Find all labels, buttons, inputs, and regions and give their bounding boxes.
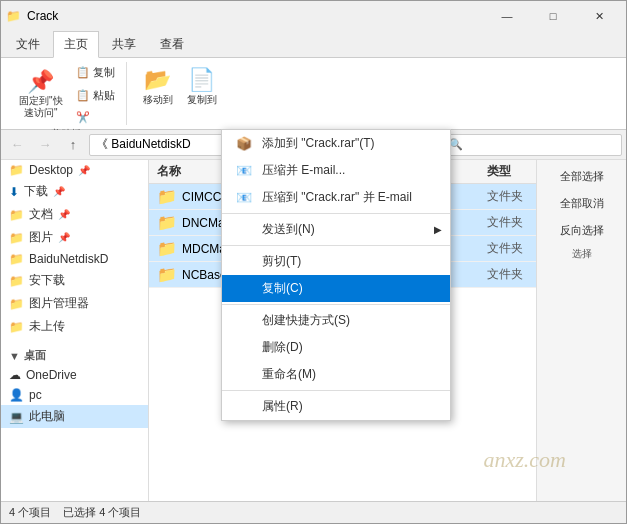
item-count: 4 个项目 <box>9 505 51 520</box>
ribbon-group-clipboard: 📌 固定到"快速访问" 📋 复制 📋 粘贴 ✂️ <box>7 62 127 125</box>
ctx-label: 发送到(N) <box>262 221 315 238</box>
sidebar-section-desktop: ▼ 桌面 <box>1 344 148 365</box>
section-arrow: ▼ <box>9 350 20 362</box>
sidebar-item-onedrive[interactable]: ☁ OneDrive <box>1 365 148 385</box>
rar-icon: 📦 <box>234 136 254 151</box>
invert-selection-button[interactable]: 反向选择 <box>541 218 622 243</box>
explorer-window: 📁 Crack — □ ✕ 文件 主页 共享 查看 📌 固定到"快速访问" <box>0 0 627 524</box>
status-bar: 4 个项目 已选择 4 个项目 <box>1 501 626 523</box>
ribbon-group-organize: 📂 移动到 📄 复制到 <box>131 62 229 125</box>
ctx-delete[interactable]: 删除(D) <box>222 334 450 361</box>
col-type[interactable]: 类型 <box>479 163 536 180</box>
ctx-label: 复制(C) <box>262 280 303 297</box>
address-text: 《 BaiduNetdiskD <box>96 136 191 153</box>
back-button[interactable]: ← <box>5 133 29 157</box>
folder-icon: 📁 <box>9 163 24 177</box>
sidebar-item-thispc[interactable]: 💻 此电脑 <box>1 405 148 428</box>
tab-file[interactable]: 文件 <box>5 31 51 57</box>
ctx-compress-email[interactable]: 📧 压缩并 E-mail... <box>222 157 450 184</box>
sidebar-item-label: 此电脑 <box>29 408 65 425</box>
computer-icon: 💻 <box>9 410 24 424</box>
sidebar-item-label: OneDrive <box>26 368 77 382</box>
download-icon: ⬇ <box>9 185 19 199</box>
ctx-properties[interactable]: 属性(R) <box>222 393 450 420</box>
move-icon: 📂 <box>144 69 171 91</box>
minimize-button[interactable]: — <box>484 1 530 31</box>
cut-button[interactable]: ✂️ <box>71 108 120 127</box>
tab-view[interactable]: 查看 <box>149 31 195 57</box>
tab-share[interactable]: 共享 <box>101 31 147 57</box>
up-button[interactable]: ↑ <box>61 133 85 157</box>
ctx-rename[interactable]: 重命名(M) <box>222 361 450 388</box>
clipboard-buttons: 📌 固定到"快速访问" 📋 复制 📋 粘贴 ✂️ <box>13 62 120 127</box>
ribbon-tabs: 文件 主页 共享 查看 <box>1 31 626 57</box>
sidebar-item-pictures[interactable]: 📁 图片 📌 <box>1 226 148 249</box>
tab-home[interactable]: 主页 <box>53 31 99 58</box>
sidebar-item-label: pc <box>29 388 42 402</box>
sidebar-item-label: 图片 <box>29 229 53 246</box>
cloud-icon: ☁ <box>9 368 21 382</box>
selected-count: 已选择 4 个项目 <box>63 505 141 520</box>
sidebar-item-downloads[interactable]: ⬇ 下载 📌 <box>1 180 148 203</box>
forward-button[interactable]: → <box>33 133 57 157</box>
ctx-cut[interactable]: 剪切(T) <box>222 248 450 275</box>
title-bar: 📁 Crack — □ ✕ <box>1 1 626 31</box>
ctx-label: 添加到 "Crack.rar"(T) <box>262 135 375 152</box>
sidebar-item-label: 图片管理器 <box>29 295 89 312</box>
copy-button[interactable]: 📋 复制 <box>71 62 120 83</box>
sidebar-item-anzai[interactable]: 📁 安下载 <box>1 269 148 292</box>
pin-quickaccess-button[interactable]: 📌 固定到"快速访问" <box>13 69 69 121</box>
close-button[interactable]: ✕ <box>576 1 622 31</box>
ctx-separator-1 <box>222 213 450 214</box>
title-bar-icons: 📁 <box>5 8 21 24</box>
sidebar-item-baidudisk[interactable]: 📁 BaiduNetdiskD <box>1 249 148 269</box>
folder-icon: 📁 <box>9 231 24 245</box>
copy-to-button[interactable]: 📄 复制到 <box>181 62 223 114</box>
email-rar-icon: 📧 <box>234 190 254 205</box>
folder-icon: 📁 <box>157 187 177 206</box>
ctx-label: 重命名(M) <box>262 366 316 383</box>
move-to-button[interactable]: 📂 移动到 <box>137 62 179 114</box>
sidebar-item-upload[interactable]: 📁 未上传 <box>1 315 148 338</box>
cut-icon: ✂️ <box>76 111 90 124</box>
ctx-send-to[interactable]: 发送到(N) ▶ <box>222 216 450 243</box>
ctx-label: 属性(R) <box>262 398 303 415</box>
sidebar-item-label: 文档 <box>29 206 53 223</box>
copy-to-label: 复制到 <box>187 93 217 107</box>
context-menu: 📦 添加到 "Crack.rar"(T) 📧 压缩并 E-mail... 📧 压… <box>221 129 451 421</box>
ctx-create-shortcut[interactable]: 创建快捷方式(S) <box>222 307 450 334</box>
search-bar[interactable]: 🔍 <box>442 134 622 156</box>
ctx-label: 删除(D) <box>262 339 303 356</box>
pin-icon: 📌 <box>27 71 54 93</box>
sidebar-item-desktop[interactable]: 📁 Desktop 📌 <box>1 160 148 180</box>
ctx-copy[interactable]: 复制(C) <box>222 275 450 302</box>
sidebar-item-label: 安下载 <box>29 272 65 289</box>
pin-label: 固定到"快速访问" <box>19 95 63 119</box>
ctx-compress-to-rar-email[interactable]: 📧 压缩到 "Crack.rar" 并 E-mail <box>222 184 450 211</box>
paste-button[interactable]: 📋 粘贴 <box>71 85 120 106</box>
copy-to-icon: 📄 <box>188 69 215 91</box>
ctx-add-to-rar[interactable]: 📦 添加到 "Crack.rar"(T) <box>222 130 450 157</box>
sidebar-item-picmanager[interactable]: 📁 图片管理器 <box>1 292 148 315</box>
folder-icon: 📁 <box>157 239 177 258</box>
paste-label: 粘贴 <box>93 88 115 103</box>
pin-icon: 📌 <box>53 186 65 197</box>
file-name: CIMCC <box>182 190 221 204</box>
pin-icon: 📌 <box>78 165 90 176</box>
ctx-label: 压缩到 "Crack.rar" 并 E-mail <box>262 189 412 206</box>
sidebar-item-pc[interactable]: 👤 pc <box>1 385 148 405</box>
folder-icon: 📁 <box>9 297 24 311</box>
copy-label: 复制 <box>93 65 115 80</box>
select-all-button[interactable]: 全部选择 <box>541 164 622 189</box>
maximize-button[interactable]: □ <box>530 1 576 31</box>
sidebar-item-label: Desktop <box>29 163 73 177</box>
sidebar-item-label: 未上传 <box>29 318 65 335</box>
organize-buttons: 📂 移动到 📄 复制到 <box>137 62 223 114</box>
deselect-all-button[interactable]: 全部取消 <box>541 191 622 216</box>
ribbon: 文件 主页 共享 查看 📌 固定到"快速访问" 📋 复制 <box>1 31 626 130</box>
folder-icon: 📁 <box>157 265 177 284</box>
ctx-label: 剪切(T) <box>262 253 301 270</box>
file-type-cell: 文件夹 <box>479 188 536 205</box>
file-type-cell: 文件夹 <box>479 214 536 231</box>
sidebar-item-docs[interactable]: 📁 文档 📌 <box>1 203 148 226</box>
